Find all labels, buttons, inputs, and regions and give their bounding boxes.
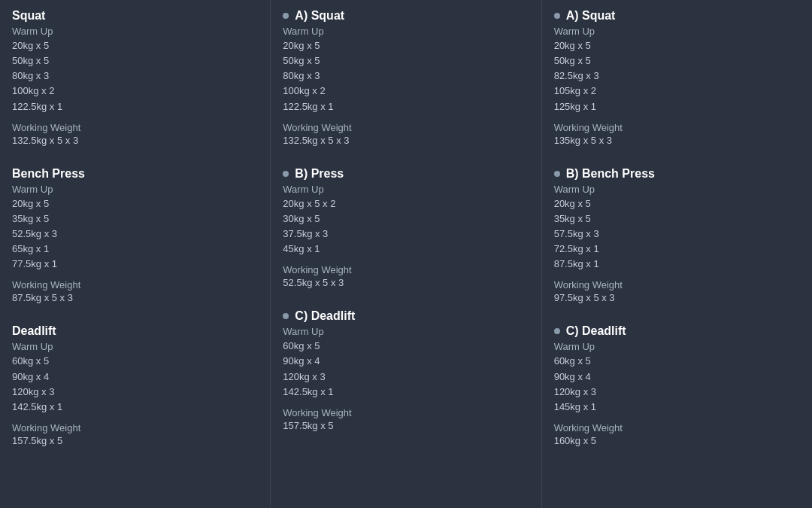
exercise-title: Squat bbox=[12, 9, 258, 23]
exercise-dot-icon bbox=[554, 171, 560, 177]
warm-up-set-0: 20kg x 5 bbox=[12, 196, 258, 211]
exercise-title: A) Squat bbox=[283, 9, 529, 23]
warm-up-set-1: 35kg x 5 bbox=[554, 211, 800, 227]
warm-up-set-0: 60kg x 5 bbox=[283, 339, 529, 354]
exercise-title: Deadlift bbox=[12, 324, 258, 338]
exercise-block-1-1: B) PressWarm Up20kg x 5 x 230kg x 537.5k… bbox=[283, 167, 529, 289]
warm-up-set-1: 50kg x 5 bbox=[554, 53, 800, 68]
working-weight-label: Working Weight bbox=[12, 122, 258, 133]
exercise-title-text: C) Deadlift bbox=[295, 309, 355, 323]
warm-up-set-1: 50kg x 5 bbox=[12, 53, 258, 68]
working-weight-value: 132.5kg x 5 x 3 bbox=[283, 135, 529, 146]
exercise-title-text: B) Bench Press bbox=[566, 167, 655, 181]
warm-up-set-4: 122.5kg x 1 bbox=[12, 99, 258, 114]
warm-up-set-1: 90kg x 4 bbox=[12, 370, 258, 385]
warm-up-set-3: 145kg x 1 bbox=[554, 400, 800, 415]
warm-up-set-1: 90kg x 4 bbox=[283, 354, 529, 369]
working-weight-label: Working Weight bbox=[283, 122, 529, 133]
warm-up-set-3: 72.5kg x 1 bbox=[554, 242, 800, 257]
working-weight-label: Working Weight bbox=[283, 264, 529, 275]
warm-up-set-1: 35kg x 5 bbox=[12, 211, 258, 227]
warm-up-set-2: 37.5kg x 3 bbox=[283, 227, 529, 242]
warm-up-set-3: 142.5kg x 1 bbox=[12, 400, 258, 415]
working-weight-value: 87.5kg x 5 x 3 bbox=[12, 292, 258, 303]
working-weight-value: 160kg x 5 bbox=[554, 435, 800, 446]
warm-up-label: Warm Up bbox=[283, 184, 529, 195]
warm-up-set-0: 20kg x 5 x 2 bbox=[283, 196, 529, 211]
warm-up-label: Warm Up bbox=[12, 26, 258, 37]
exercise-title-text: Squat bbox=[12, 9, 45, 23]
exercise-title: C) Deadlift bbox=[554, 324, 800, 338]
warm-up-set-0: 60kg x 5 bbox=[554, 354, 800, 369]
warm-up-set-0: 60kg x 5 bbox=[12, 354, 258, 369]
warm-up-set-0: 20kg x 5 bbox=[283, 38, 529, 53]
warm-up-label: Warm Up bbox=[283, 326, 529, 337]
warm-up-set-0: 20kg x 5 bbox=[12, 38, 258, 53]
exercise-block-1-0: A) SquatWarm Up20kg x 550kg x 580kg x 31… bbox=[283, 9, 529, 146]
exercise-block-2-1: B) Bench PressWarm Up20kg x 535kg x 557.… bbox=[554, 167, 800, 304]
exercise-dot-icon bbox=[554, 328, 560, 334]
warm-up-set-4: 77.5kg x 1 bbox=[12, 257, 258, 272]
exercise-block-0-0: SquatWarm Up20kg x 550kg x 580kg x 3100k… bbox=[12, 9, 258, 146]
warm-up-set-3: 142.5kg x 1 bbox=[283, 385, 529, 400]
warm-up-set-3: 100kg x 2 bbox=[12, 84, 258, 99]
exercise-title-text: Deadlift bbox=[12, 324, 56, 338]
warm-up-set-4: 87.5kg x 1 bbox=[554, 257, 800, 272]
working-weight-label: Working Weight bbox=[554, 122, 800, 133]
warm-up-label: Warm Up bbox=[283, 26, 529, 37]
exercise-block-2-0: A) SquatWarm Up20kg x 550kg x 582.5kg x … bbox=[554, 9, 800, 146]
exercise-dot-icon bbox=[283, 171, 289, 177]
exercise-title: B) Press bbox=[283, 167, 529, 181]
warm-up-set-4: 125kg x 1 bbox=[554, 99, 800, 114]
exercise-title-text: C) Deadlift bbox=[566, 324, 626, 338]
exercise-title-text: A) Squat bbox=[566, 9, 616, 23]
working-weight-label: Working Weight bbox=[283, 407, 529, 418]
exercise-title: Bench Press bbox=[12, 167, 258, 181]
working-weight-label: Working Weight bbox=[554, 279, 800, 291]
exercise-block-2-2: C) DeadliftWarm Up60kg x 590kg x 4120kg … bbox=[554, 324, 800, 446]
warm-up-set-1: 30kg x 5 bbox=[283, 211, 529, 227]
warm-up-set-1: 90kg x 4 bbox=[554, 370, 800, 385]
warm-up-set-2: 120kg x 3 bbox=[554, 385, 800, 400]
exercise-block-1-2: C) DeadliftWarm Up60kg x 590kg x 4120kg … bbox=[283, 309, 529, 431]
warm-up-set-2: 82.5kg x 3 bbox=[554, 68, 800, 84]
working-weight-value: 52.5kg x 5 x 3 bbox=[283, 277, 529, 288]
warm-up-set-0: 20kg x 5 bbox=[554, 196, 800, 211]
warm-up-label: Warm Up bbox=[554, 184, 800, 195]
warm-up-set-2: 120kg x 3 bbox=[12, 385, 258, 400]
warm-up-set-2: 80kg x 3 bbox=[283, 68, 529, 84]
warm-up-set-1: 50kg x 5 bbox=[283, 53, 529, 68]
exercise-title: B) Bench Press bbox=[554, 167, 800, 181]
column-1: A) SquatWarm Up20kg x 550kg x 580kg x 31… bbox=[271, 0, 541, 508]
exercise-block-0-1: Bench PressWarm Up20kg x 535kg x 552.5kg… bbox=[12, 167, 258, 304]
warm-up-label: Warm Up bbox=[554, 26, 800, 37]
working-weight-label: Working Weight bbox=[12, 279, 258, 291]
exercise-title-text: B) Press bbox=[295, 167, 344, 181]
warm-up-set-2: 52.5kg x 3 bbox=[12, 227, 258, 242]
warm-up-set-3: 65kg x 1 bbox=[12, 242, 258, 257]
warm-up-set-3: 45kg x 1 bbox=[283, 242, 529, 257]
exercise-dot-icon bbox=[283, 313, 289, 319]
exercise-block-0-2: DeadliftWarm Up60kg x 590kg x 4120kg x 3… bbox=[12, 324, 258, 446]
warm-up-set-2: 120kg x 3 bbox=[283, 370, 529, 385]
column-0: SquatWarm Up20kg x 550kg x 580kg x 3100k… bbox=[0, 0, 271, 508]
warm-up-set-3: 100kg x 2 bbox=[283, 84, 529, 99]
exercise-dot-icon bbox=[554, 13, 560, 19]
working-weight-label: Working Weight bbox=[12, 422, 258, 433]
warm-up-label: Warm Up bbox=[12, 184, 258, 195]
working-weight-value: 97.5kg x 5 x 3 bbox=[554, 292, 800, 303]
exercise-title: A) Squat bbox=[554, 9, 800, 23]
working-weight-label: Working Weight bbox=[554, 422, 800, 433]
exercise-title: C) Deadlift bbox=[283, 309, 529, 323]
working-weight-value: 157.5kg x 5 bbox=[12, 435, 258, 446]
columns-wrapper: SquatWarm Up20kg x 550kg x 580kg x 3100k… bbox=[0, 0, 812, 508]
exercise-dot-icon bbox=[283, 13, 289, 19]
warm-up-set-0: 20kg x 5 bbox=[554, 38, 800, 53]
warm-up-label: Warm Up bbox=[554, 341, 800, 352]
exercise-title-text: Bench Press bbox=[12, 167, 85, 181]
warm-up-set-3: 105kg x 2 bbox=[554, 84, 800, 99]
working-weight-value: 132.5kg x 5 x 3 bbox=[12, 135, 258, 146]
exercise-title-text: A) Squat bbox=[295, 9, 344, 23]
working-weight-value: 157.5kg x 5 bbox=[283, 420, 529, 431]
working-weight-value: 135kg x 5 x 3 bbox=[554, 135, 800, 146]
